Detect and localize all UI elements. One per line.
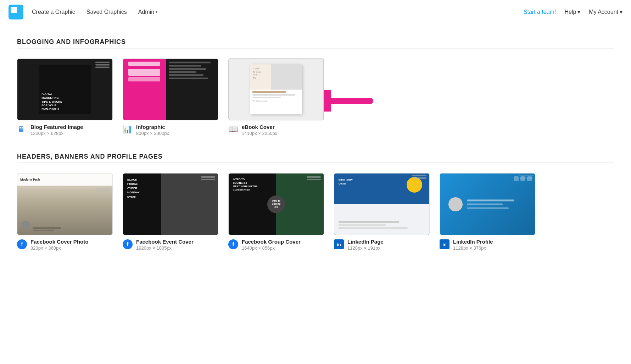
card-ebook-name: eBook Cover	[242, 124, 277, 130]
card-infographic-name: Infographic	[136, 124, 169, 130]
navbar-left: Create a Graphic Saved Graphics Admin ▾	[32, 9, 524, 15]
help-caret-icon: ▾	[577, 8, 580, 15]
card-li-page[interactable]: Make TodayCount in LinkedIn Page	[334, 173, 430, 251]
card-fb-group[interactable]: Intro toCoding2.0 Intro toCoding 2.0MEET…	[228, 173, 324, 251]
card-ebook[interactable]: A PlanTo GrowYourBiz The Calm Approach	[228, 58, 324, 136]
card-fb-event-text: Facebook Event Cover 1920px × 1005px	[136, 239, 194, 251]
fb-group-title-text: Intro toCoding 2.0MEET YOUR VIRTUALCLASS…	[233, 178, 259, 192]
card-fb-group-name: Facebook Group Cover	[242, 239, 301, 245]
card-blog-dims: 1200px × 628px	[30, 131, 83, 136]
my-account-label: My Account	[589, 9, 618, 15]
li-icon-1: in	[334, 239, 344, 249]
card-li-page-name: LinkedIn Page	[347, 239, 384, 245]
info-right-line6	[169, 78, 208, 79]
section-headers: HEADERS, BANNERS AND PROFILE PAGES Moder…	[17, 153, 614, 251]
info-right-line1	[169, 62, 211, 63]
start-team-link[interactable]: Start a team!	[524, 9, 556, 15]
info-block-2	[128, 69, 160, 76]
section-blogging: BLOGGING AND INFOGRAPHICS DIGITALMARKETI…	[17, 38, 614, 136]
blog-thumb-text: DIGITALMARKETINGTIPS & TRICKSFOR YOURNON…	[41, 93, 62, 111]
card-blog-text: Blog Featured Image 1200px × 628px	[30, 124, 83, 136]
fb-event-img	[161, 174, 218, 235]
admin-dropdown[interactable]: Admin ▾	[138, 9, 157, 15]
card-li-profile-text: LinkedIn Profile 1128px × 376px	[453, 239, 493, 251]
info-right-line2	[169, 65, 201, 67]
card-fb-cover-text: Facebook Cover Photo 820px × 360px	[30, 239, 88, 251]
monitor-icon: 🖥	[17, 125, 27, 135]
help-dropdown[interactable]: Help ▾	[564, 8, 580, 15]
fb-icon-3: f	[228, 239, 238, 249]
card-li-profile[interactable]: in LinkedIn Profile 1128px × 376px	[440, 173, 535, 251]
fb-event-text: BLACKFRIDAY/CYBERMONDAYEVENT	[127, 178, 140, 199]
ebook-top-text: A PlanTo GrowYourBiz	[253, 67, 261, 79]
card-fb-event-info: f Facebook Event Cover 1920px × 1005px	[123, 239, 218, 251]
ebook-img	[271, 64, 302, 89]
fb-cover-lines	[33, 227, 61, 231]
card-infographic[interactable]: 📊 Infographic 800px × 2000px	[123, 58, 218, 136]
ebook-title-line	[252, 91, 286, 93]
infographic-right	[166, 59, 218, 120]
li-profile-lines	[467, 199, 526, 209]
navbar-right: Start a team! Help ▾ My Account ▾	[524, 8, 622, 15]
card-fb-cover[interactable]: Modern Tech f Facebook Cover Photo	[17, 173, 113, 251]
card-blog-thumbnail: DIGITALMARKETINGTIPS & TRICKSFOR YOURNON…	[17, 58, 113, 120]
li-page-circle	[407, 177, 422, 193]
card-fb-cover-thumbnail: Modern Tech	[17, 173, 113, 235]
infographic-left	[123, 59, 166, 120]
card-fb-group-text: Facebook Group Cover 1640px × 856px	[242, 239, 301, 251]
card-li-page-dims: 1128px × 191px	[347, 245, 384, 251]
li-profile-avatar	[448, 197, 463, 211]
li-icon-2: in	[440, 239, 449, 249]
card-blog-featured[interactable]: DIGITALMARKETINGTIPS & TRICKSFOR YOURNON…	[17, 58, 113, 136]
logo[interactable]	[9, 5, 23, 19]
admin-label: Admin	[138, 9, 154, 15]
my-account-dropdown[interactable]: My Account ▾	[589, 8, 622, 15]
ebook-sub-line2	[252, 97, 281, 98]
card-li-page-info: in LinkedIn Page 1128px × 191px	[334, 239, 430, 251]
fb-icon-1: f	[17, 239, 27, 249]
svg-rect-1	[11, 7, 17, 13]
li-page-bottom	[334, 204, 429, 235]
card-fb-group-info: f Facebook Group Cover 1640px × 856px	[228, 239, 324, 251]
create-graphic-link[interactable]: Create a Graphic	[32, 9, 75, 15]
card-li-profile-thumbnail	[440, 173, 535, 235]
help-label: Help	[564, 9, 576, 15]
fb-group-overlay	[307, 176, 321, 180]
saved-graphics-link[interactable]: Saved Graphics	[86, 9, 127, 15]
ebook-top: A PlanTo GrowYourBiz	[250, 64, 302, 89]
fb-group-circle: Intro toCoding2.0	[267, 195, 285, 213]
card-blog-name: Blog Featured Image	[30, 124, 83, 130]
main-content: BLOGGING AND INFOGRAPHICS DIGITALMARKETI…	[0, 24, 631, 282]
info-block-3	[128, 77, 160, 81]
card-fb-group-dims: 1640px × 856px	[242, 245, 301, 251]
li-page-overlay	[412, 175, 426, 179]
info-right-line4	[169, 71, 197, 73]
fb-event-overlay	[201, 176, 215, 180]
card-infographic-dims: 800px × 2000px	[136, 131, 169, 136]
card-infographic-text: Infographic 800px × 2000px	[136, 124, 169, 136]
card-infographic-info: 📊 Infographic 800px × 2000px	[123, 124, 218, 136]
ebook-sub-line1	[252, 94, 295, 96]
fb-icon-2: f	[123, 239, 133, 249]
card-blog-info: 🖥 Blog Featured Image 1200px × 628px	[17, 124, 113, 136]
card-fb-cover-info: f Facebook Cover Photo 820px × 360px	[17, 239, 113, 251]
info-right-line3	[169, 68, 206, 70]
card-fb-event-dims: 1920px × 1005px	[136, 245, 194, 251]
section-headers-divider	[17, 163, 614, 163]
li-profile-overlay	[519, 175, 534, 179]
ebook-bottom: The Calm Approach	[250, 90, 302, 114]
card-ebook-text: eBook Cover 1410px × 2250px	[242, 124, 277, 136]
card-fb-event[interactable]: BLACKFRIDAY/CYBERMONDAYEVENT f Facebook …	[123, 173, 218, 251]
blog-inner: DIGITALMARKETINGTIPS & TRICKSFOR YOURNON…	[39, 65, 91, 114]
card-fb-cover-dims: 820px × 360px	[30, 245, 88, 251]
card-fb-event-thumbnail: BLACKFRIDAY/CYBERMONDAYEVENT	[123, 173, 218, 235]
card-li-profile-dims: 1128px × 376px	[453, 245, 493, 251]
card-fb-cover-name: Facebook Cover Photo	[30, 239, 88, 245]
navbar: Create a Graphic Saved Graphics Admin ▾ …	[0, 0, 631, 24]
ebook-arrow	[324, 90, 374, 113]
headers-card-grid: Modern Tech f Facebook Cover Photo	[17, 173, 614, 251]
admin-caret-icon: ▾	[156, 10, 157, 14]
fb-cover-overlay	[95, 188, 110, 192]
fb-group-circle-text: Intro toCoding2.0	[272, 200, 280, 209]
modern-tech-text: Modern Tech	[20, 178, 40, 181]
